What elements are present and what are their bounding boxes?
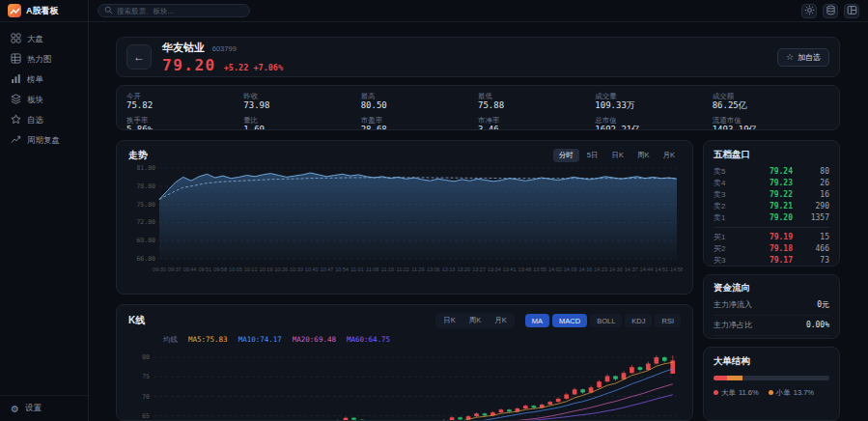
svg-text:09:44: 09:44 <box>183 267 197 272</box>
gear-icon: ⚙ <box>11 404 19 414</box>
svg-text:11:08: 11:08 <box>366 267 378 272</box>
ma60-legend: MA60:64.75 <box>347 335 390 345</box>
trend-range-weekly[interactable]: 周K <box>631 149 656 162</box>
bid-row: 买379.1773 <box>714 255 829 267</box>
small-order-dot-icon <box>769 390 773 395</box>
database-icon <box>826 5 836 17</box>
svg-text:11:22: 11:22 <box>397 267 409 272</box>
svg-text:09:30: 09:30 <box>153 267 166 272</box>
search-input[interactable] <box>117 7 233 15</box>
trend-review-icon <box>11 134 21 147</box>
svg-text:13:55: 13:55 <box>533 267 546 272</box>
layout-settings-button[interactable] <box>844 4 859 18</box>
order-structure-title: 大单结构 <box>714 355 829 368</box>
svg-text:13:06: 13:06 <box>427 267 440 272</box>
svg-text:65: 65 <box>142 412 150 420</box>
large-order-dot-icon <box>714 390 718 395</box>
ma5-legend: MA5:75.83 <box>188 335 228 345</box>
sidebar-item-sectors[interactable]: 板块 <box>0 90 88 110</box>
app-logo-icon <box>8 4 21 17</box>
stat-volume: 成交量109.33万 <box>595 92 712 112</box>
trend-range-daily[interactable]: 日K <box>605 149 630 162</box>
stat-pb: 市净率3.46 <box>478 116 595 130</box>
sidebar-item-market[interactable]: 大盘 <box>0 29 88 49</box>
indicator-macd-button[interactable]: MACD <box>552 314 587 327</box>
settings-label: 设置 <box>25 403 42 414</box>
svg-text:14:44: 14:44 <box>640 267 654 272</box>
ask-row: 卖479.2326 <box>714 178 829 189</box>
sidebar-item-review[interactable]: 周期复盘 <box>0 130 88 151</box>
svg-text:10:05: 10:05 <box>229 267 242 272</box>
sidebar-item-label: 榜单 <box>27 74 43 86</box>
sidebar-item-ranking[interactable]: 榜单 <box>0 70 88 90</box>
back-arrow-icon: ← <box>133 50 145 64</box>
stat-market-cap: 总市值1692.21亿 <box>595 116 712 130</box>
trend-range-group: 分时 5日 日K 周K 月K <box>553 149 681 162</box>
svg-text:14:16: 14:16 <box>579 267 593 272</box>
svg-text:14:51: 14:51 <box>655 267 668 272</box>
svg-text:13:13: 13:13 <box>442 267 456 272</box>
svg-text:10:33: 10:33 <box>290 267 303 272</box>
brand: A股看板 <box>0 0 88 22</box>
svg-text:09:51: 09:51 <box>198 267 211 272</box>
order-structure-bar <box>714 376 829 380</box>
large-order-segment <box>714 376 727 380</box>
indicator-ma-button[interactable]: MA <box>525 314 549 327</box>
kline-period-daily[interactable]: 日K <box>436 314 462 327</box>
sidebar-item-label: 大盘 <box>27 34 43 45</box>
svg-text:80: 80 <box>142 353 150 361</box>
stock-header-card: ← 华友钴业 603799 79.20 +5.22 +7.06% ☆ <box>116 37 840 77</box>
kline-card: K线 日K 周K 月K MA MACD BOLL KDJ <box>116 304 693 421</box>
stock-name: 华友钴业 <box>162 42 205 53</box>
add-watchlist-button[interactable]: ☆ 加自选 <box>777 48 829 67</box>
sidebar-settings[interactable]: ⚙ 设置 <box>0 395 88 421</box>
svg-text:75: 75 <box>142 373 150 380</box>
indicator-kdj-button[interactable]: KDJ <box>625 314 652 327</box>
order-structure-card: 大单结构 大单 11.6% 小单 13.7% <box>703 347 840 421</box>
sidebar-item-label: 周期复盘 <box>27 135 60 147</box>
svg-text:11:01: 11:01 <box>350 267 363 272</box>
kline-period-weekly[interactable]: 周K <box>462 314 489 327</box>
fund-flow-title: 资金流向 <box>714 282 829 295</box>
legend-small-order: 小单 13.7% <box>769 388 814 398</box>
add-watchlist-label: 加自选 <box>798 52 821 63</box>
sun-icon <box>804 5 815 17</box>
order-book-divider <box>714 227 829 228</box>
svg-text:10:54: 10:54 <box>335 267 349 272</box>
legend-large-order: 大单 11.6% <box>714 388 759 398</box>
svg-text:10:12: 10:12 <box>244 267 258 272</box>
trend-title: 走势 <box>128 149 148 162</box>
svg-text:11:15: 11:15 <box>381 267 394 272</box>
kline-chart[interactable]: 6065707580 <box>128 347 681 421</box>
heatmap-icon <box>11 53 21 66</box>
stock-code: 603799 <box>212 44 237 53</box>
ma-legend: 均线 MA5:75.83 MA10:74.17 MA20:69.48 MA60:… <box>163 335 681 345</box>
indicator-rsi-button[interactable]: RSI <box>655 314 681 327</box>
indicator-boll-button[interactable]: BOLL <box>590 314 622 327</box>
svg-text:81.00: 81.00 <box>136 164 155 172</box>
stat-high: 最高80.50 <box>361 92 478 112</box>
ask-row: 卖179.201357 <box>714 211 829 223</box>
star-plus-icon: ☆ <box>786 52 794 62</box>
small-order-segment <box>727 376 742 380</box>
stock-change: +5.22 +7.06% <box>224 63 283 72</box>
data-source-button[interactable] <box>823 4 838 18</box>
trend-range-monthly[interactable]: 月K <box>657 149 681 162</box>
svg-text:10:40: 10:40 <box>305 267 319 272</box>
topbar <box>89 0 868 22</box>
sidebar-item-heatmap[interactable]: 热力图 <box>0 49 88 70</box>
search-box[interactable] <box>98 4 250 17</box>
trend-range-5d[interactable]: 5日 <box>581 149 604 162</box>
kline-period-monthly[interactable]: 月K <box>488 314 514 327</box>
trend-range-intraday[interactable]: 分时 <box>553 149 579 162</box>
back-button[interactable]: ← <box>126 44 152 70</box>
sidebar-item-watchlist[interactable]: 自选 <box>0 110 88 130</box>
svg-text:70: 70 <box>142 393 150 401</box>
trend-chart[interactable]: 66.0069.0072.0075.0078.0081.0009:3009:37… <box>128 162 681 284</box>
svg-text:69.00: 69.00 <box>136 237 155 244</box>
theme-toggle-button[interactable] <box>801 4 817 18</box>
content: ← 华友钴业 603799 79.20 +5.22 +7.06% ☆ <box>89 22 868 421</box>
svg-text:10:26: 10:26 <box>274 267 288 272</box>
svg-text:09:58: 09:58 <box>213 267 227 272</box>
trend-card: 走势 分时 5日 日K 周K 月K 66.0069.0072.0075.0078… <box>116 140 693 295</box>
